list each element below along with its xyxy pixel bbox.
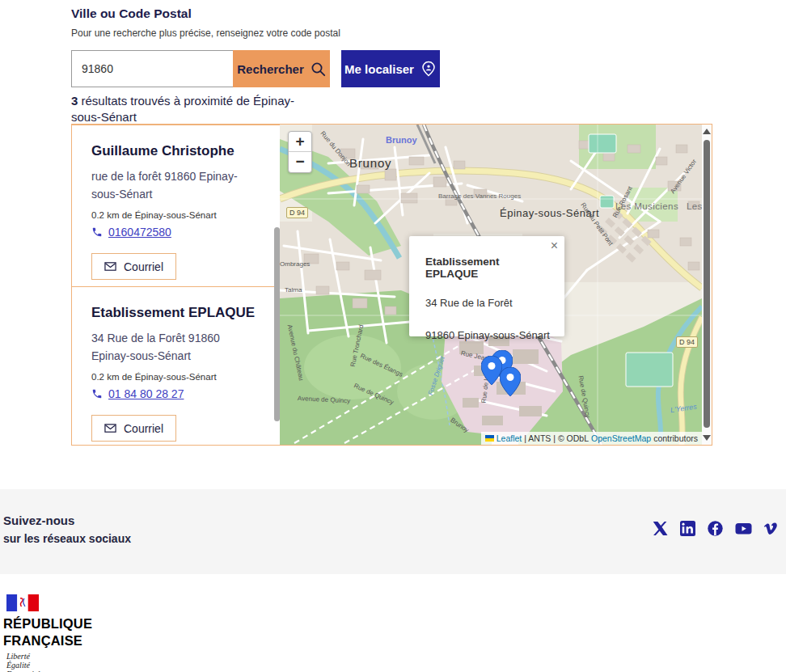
locator-widget: Guillaume Christophe rue de la forêt 918… (71, 124, 712, 446)
openstreetmap-link[interactable]: OpenStreetMap (591, 433, 651, 443)
result-distance: 0.2 km de Épinay-sous-Sénart (91, 210, 259, 220)
popup-address-line1: 34 Rue de la Forêt (425, 297, 553, 309)
postal-code-input[interactable] (71, 50, 233, 87)
scroll-down-arrow[interactable] (703, 435, 711, 441)
email-button[interactable]: Courriel (91, 415, 176, 442)
social-bar: Suivez-nous sur les réseaux sociaux (0, 489, 786, 574)
popup-address-line2: 91860 Epinay-sous-Sénart (425, 329, 553, 341)
search-section: Ville ou Code Postal Pour une recherche … (71, 6, 440, 87)
locate-me-button[interactable]: Me localiser (341, 50, 440, 87)
search-button[interactable]: Rechercher (233, 50, 330, 87)
locate-me-label: Me localiser (344, 62, 414, 76)
french-flag-icon (6, 594, 39, 611)
popup-title: Etablissement EPLAQUE (425, 256, 553, 280)
scroll-up-arrow[interactable] (703, 129, 711, 134)
map-marker[interactable] (500, 367, 521, 396)
result-distance: 0.2 km de Épinay-sous-Sénart (91, 372, 259, 382)
map-zoom-control: + − (288, 131, 312, 173)
leaflet-link[interactable]: Leaflet (497, 433, 522, 443)
email-button-label: Courriel (124, 260, 163, 273)
email-button[interactable]: Courriel (91, 253, 176, 280)
popup-close-icon[interactable]: × (551, 239, 558, 253)
map-scrollbar-thumb[interactable] (704, 140, 710, 428)
facebook-icon[interactable] (708, 521, 723, 536)
youtube-icon[interactable] (735, 521, 750, 536)
search-button-label: Rechercher (237, 62, 304, 76)
result-address: rue de la forêt 91860 Epinay-sous-Sénart (91, 168, 259, 203)
attribution-text: | ANTS | © ODbL (524, 433, 589, 443)
republique-line1: RÉPUBLIQUE (3, 617, 92, 632)
results-list: Guillaume Christophe rue de la forêt 918… (72, 125, 280, 445)
results-summary-text: résultats trouvés à proximité de Épinay-… (71, 94, 294, 124)
phone-icon (91, 226, 103, 238)
result-card: Etablissement EPLAQUE 34 Rue de la Forêt… (72, 286, 280, 445)
map-canvas[interactable]: Brunoy Brunoy Épinay-sous-Sénart Les Mus… (280, 125, 712, 445)
social-heading: Suivez-nous (3, 514, 131, 527)
x-twitter-icon[interactable] (653, 521, 668, 536)
envelope-icon (104, 261, 116, 272)
map-scrollbar (702, 125, 712, 445)
phone-link[interactable]: 0160472580 (91, 226, 171, 239)
search-hint: Pour une recherche plus précise, renseig… (71, 27, 440, 39)
attribution-suffix: contributors (653, 433, 698, 443)
republique-line2: FRANÇAISE (3, 634, 92, 649)
email-button-label: Courriel (124, 422, 163, 435)
zoom-in-button[interactable]: + (289, 132, 311, 152)
search-label: Ville ou Code Postal (71, 6, 440, 21)
search-icon (311, 61, 326, 77)
social-subheading: sur les réseaux sociaux (3, 532, 131, 545)
locate-person-pin-icon (420, 61, 437, 77)
map-popup: × Etablissement EPLAQUE 34 Rue de la For… (409, 236, 564, 336)
phone-number: 01 84 80 28 27 (108, 387, 184, 400)
footer: RÉPUBLIQUE FRANÇAISE Liberté Égalité Fra… (0, 574, 786, 672)
results-summary: 3 résultats trouvés à proximité de Épina… (71, 93, 322, 126)
map-attribution: Leaflet | ANTS | © ODbL OpenStreetMap co… (481, 432, 702, 445)
result-name: Etablissement EPLAQUE (91, 305, 259, 321)
motto-liberte: Liberté (6, 652, 92, 661)
vimeo-icon[interactable] (763, 521, 778, 536)
phone-link[interactable]: 01 84 80 28 27 (91, 387, 184, 400)
republique-francaise-logo: RÉPUBLIQUE FRANÇAISE Liberté Égalité Fra… (3, 594, 92, 672)
linkedin-icon[interactable] (680, 521, 695, 536)
results-scrollbar-thumb[interactable] (274, 227, 280, 421)
ukraine-flag-icon (485, 435, 494, 442)
result-card: Guillaume Christophe rue de la forêt 918… (72, 125, 280, 286)
motto-egalite: Égalité (6, 661, 92, 670)
page: Ville ou Code Postal Pour une recherche … (0, 0, 786, 672)
phone-number: 0160472580 (108, 226, 171, 239)
phone-icon (91, 388, 103, 399)
zoom-out-button[interactable]: − (289, 152, 311, 172)
envelope-icon (104, 423, 116, 433)
result-name: Guillaume Christophe (91, 143, 259, 159)
result-address: 34 Rue de la Forêt 91860 Epinay-sous-Sén… (91, 330, 259, 365)
